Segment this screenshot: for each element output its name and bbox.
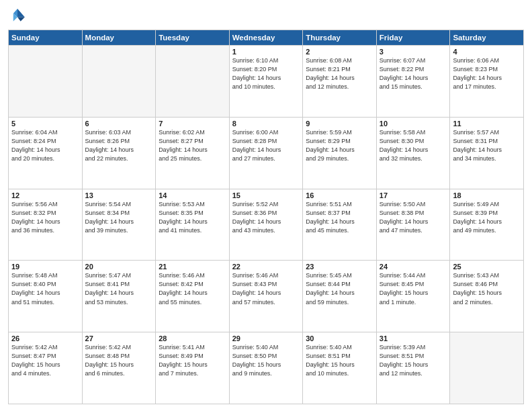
- calendar-cell: 10Sunrise: 5:58 AMSunset: 8:30 PMDayligh…: [376, 117, 450, 189]
- day-number: 25: [453, 263, 521, 271]
- calendar-cell: [9, 46, 83, 118]
- logo: [8, 7, 30, 26]
- day-info: Sunrise: 5:45 AMSunset: 8:44 PMDaylight:…: [306, 271, 373, 306]
- calendar-cell: 25Sunrise: 5:43 AMSunset: 8:46 PMDayligh…: [450, 261, 524, 332]
- calendar-cell: 19Sunrise: 5:48 AMSunset: 8:40 PMDayligh…: [9, 261, 83, 332]
- day-info: Sunrise: 6:00 AMSunset: 8:28 PMDaylight:…: [232, 128, 300, 163]
- day-info: Sunrise: 6:10 AMSunset: 8:20 PMDaylight:…: [232, 56, 300, 91]
- day-info: Sunrise: 5:46 AMSunset: 8:42 PMDaylight:…: [159, 271, 226, 306]
- calendar-cell: 24Sunrise: 5:44 AMSunset: 8:45 PMDayligh…: [376, 261, 450, 332]
- calendar-week-3: 12Sunrise: 5:56 AMSunset: 8:32 PMDayligh…: [9, 189, 524, 261]
- day-info: Sunrise: 5:48 AMSunset: 8:40 PMDaylight:…: [11, 271, 79, 306]
- day-number: 27: [85, 334, 153, 342]
- column-header-sunday: Sunday: [9, 30, 83, 46]
- calendar-cell: 11Sunrise: 5:57 AMSunset: 8:31 PMDayligh…: [450, 117, 524, 189]
- day-number: 10: [380, 120, 447, 128]
- calendar: SundayMondayTuesdayWednesdayThursdayFrid…: [8, 30, 524, 404]
- day-number: 30: [306, 334, 373, 342]
- day-number: 15: [232, 191, 300, 199]
- day-number: 5: [11, 120, 79, 128]
- svg-marker-1: [17, 9, 25, 17]
- day-number: 23: [306, 263, 373, 271]
- calendar-header-row: SundayMondayTuesdayWednesdayThursdayFrid…: [9, 30, 524, 46]
- day-number: 1: [232, 48, 300, 56]
- calendar-week-1: 1Sunrise: 6:10 AMSunset: 8:20 PMDaylight…: [9, 46, 524, 118]
- day-info: Sunrise: 5:47 AMSunset: 8:41 PMDaylight:…: [85, 271, 153, 306]
- calendar-body: 1Sunrise: 6:10 AMSunset: 8:20 PMDaylight…: [9, 46, 524, 404]
- column-header-friday: Friday: [376, 30, 450, 46]
- day-number: 11: [453, 120, 521, 128]
- day-number: 28: [159, 334, 226, 342]
- calendar-cell: 9Sunrise: 5:59 AMSunset: 8:29 PMDaylight…: [303, 117, 377, 189]
- calendar-cell: 29Sunrise: 5:40 AMSunset: 8:50 PMDayligh…: [229, 332, 303, 404]
- calendar-cell: 22Sunrise: 5:46 AMSunset: 8:43 PMDayligh…: [229, 261, 303, 332]
- calendar-cell: 14Sunrise: 5:53 AMSunset: 8:35 PMDayligh…: [156, 189, 230, 261]
- calendar-cell: 13Sunrise: 5:54 AMSunset: 8:34 PMDayligh…: [82, 189, 156, 261]
- day-info: Sunrise: 6:06 AMSunset: 8:23 PMDaylight:…: [453, 56, 521, 91]
- day-number: 18: [453, 191, 521, 199]
- column-header-wednesday: Wednesday: [229, 30, 303, 46]
- day-info: Sunrise: 5:51 AMSunset: 8:37 PMDaylight:…: [306, 200, 373, 235]
- day-info: Sunrise: 6:07 AMSunset: 8:22 PMDaylight:…: [380, 56, 447, 91]
- day-number: 19: [11, 263, 79, 271]
- calendar-cell: 16Sunrise: 5:51 AMSunset: 8:37 PMDayligh…: [303, 189, 377, 261]
- calendar-cell: 8Sunrise: 6:00 AMSunset: 8:28 PMDaylight…: [229, 117, 303, 189]
- day-info: Sunrise: 5:42 AMSunset: 8:48 PMDaylight:…: [85, 343, 153, 378]
- day-number: 22: [232, 263, 300, 271]
- calendar-cell: 18Sunrise: 5:49 AMSunset: 8:39 PMDayligh…: [450, 189, 524, 261]
- calendar-cell: 6Sunrise: 6:03 AMSunset: 8:26 PMDaylight…: [82, 117, 156, 189]
- day-info: Sunrise: 5:39 AMSunset: 8:51 PMDaylight:…: [380, 343, 447, 378]
- day-info: Sunrise: 5:44 AMSunset: 8:45 PMDaylight:…: [380, 271, 447, 306]
- day-info: Sunrise: 5:41 AMSunset: 8:49 PMDaylight:…: [159, 343, 226, 378]
- calendar-cell: 2Sunrise: 6:08 AMSunset: 8:21 PMDaylight…: [303, 46, 377, 118]
- day-info: Sunrise: 5:40 AMSunset: 8:50 PMDaylight:…: [232, 343, 300, 378]
- calendar-week-2: 5Sunrise: 6:04 AMSunset: 8:24 PMDaylight…: [9, 117, 524, 189]
- column-header-tuesday: Tuesday: [156, 30, 230, 46]
- day-number: 8: [232, 120, 300, 128]
- calendar-cell: 27Sunrise: 5:42 AMSunset: 8:48 PMDayligh…: [82, 332, 156, 404]
- calendar-cell: 5Sunrise: 6:04 AMSunset: 8:24 PMDaylight…: [9, 117, 83, 189]
- calendar-cell: 12Sunrise: 5:56 AMSunset: 8:32 PMDayligh…: [9, 189, 83, 261]
- day-info: Sunrise: 5:59 AMSunset: 8:29 PMDaylight:…: [306, 128, 373, 163]
- calendar-cell: 21Sunrise: 5:46 AMSunset: 8:42 PMDayligh…: [156, 261, 230, 332]
- day-info: Sunrise: 5:46 AMSunset: 8:43 PMDaylight:…: [232, 271, 300, 306]
- calendar-cell: 23Sunrise: 5:45 AMSunset: 8:44 PMDayligh…: [303, 261, 377, 332]
- day-number: 24: [380, 263, 447, 271]
- day-info: Sunrise: 5:42 AMSunset: 8:47 PMDaylight:…: [11, 343, 79, 378]
- calendar-cell: 15Sunrise: 5:52 AMSunset: 8:36 PMDayligh…: [229, 189, 303, 261]
- day-number: 16: [306, 191, 373, 199]
- day-info: Sunrise: 5:40 AMSunset: 8:51 PMDaylight:…: [306, 343, 373, 378]
- day-info: Sunrise: 5:49 AMSunset: 8:39 PMDaylight:…: [453, 200, 521, 235]
- calendar-cell: 17Sunrise: 5:50 AMSunset: 8:38 PMDayligh…: [376, 189, 450, 261]
- day-info: Sunrise: 6:08 AMSunset: 8:21 PMDaylight:…: [306, 56, 373, 91]
- calendar-cell: 30Sunrise: 5:40 AMSunset: 8:51 PMDayligh…: [303, 332, 377, 404]
- logo-icon: [8, 7, 27, 26]
- calendar-cell: [450, 332, 524, 404]
- calendar-cell: [156, 46, 230, 118]
- calendar-cell: 26Sunrise: 5:42 AMSunset: 8:47 PMDayligh…: [9, 332, 83, 404]
- svg-marker-4: [17, 17, 25, 21]
- calendar-week-4: 19Sunrise: 5:48 AMSunset: 8:40 PMDayligh…: [9, 261, 524, 332]
- calendar-cell: 3Sunrise: 6:07 AMSunset: 8:22 PMDaylight…: [376, 46, 450, 118]
- calendar-cell: 1Sunrise: 6:10 AMSunset: 8:20 PMDaylight…: [229, 46, 303, 118]
- day-number: 9: [306, 120, 373, 128]
- day-info: Sunrise: 6:02 AMSunset: 8:27 PMDaylight:…: [159, 128, 226, 163]
- day-number: 31: [380, 334, 447, 342]
- day-number: 17: [380, 191, 447, 199]
- day-number: 3: [380, 48, 447, 56]
- day-number: 29: [232, 334, 300, 342]
- column-header-monday: Monday: [82, 30, 156, 46]
- page-header: [8, 7, 524, 26]
- day-number: 2: [306, 48, 373, 56]
- day-info: Sunrise: 5:53 AMSunset: 8:35 PMDaylight:…: [159, 200, 226, 235]
- day-number: 4: [453, 48, 521, 56]
- day-number: 26: [11, 334, 79, 342]
- day-info: Sunrise: 5:54 AMSunset: 8:34 PMDaylight:…: [85, 200, 153, 235]
- calendar-cell: 31Sunrise: 5:39 AMSunset: 8:51 PMDayligh…: [376, 332, 450, 404]
- day-number: 14: [159, 191, 226, 199]
- calendar-cell: 20Sunrise: 5:47 AMSunset: 8:41 PMDayligh…: [82, 261, 156, 332]
- column-header-saturday: Saturday: [450, 30, 524, 46]
- day-info: Sunrise: 6:04 AMSunset: 8:24 PMDaylight:…: [11, 128, 79, 163]
- day-number: 6: [85, 120, 153, 128]
- day-info: Sunrise: 5:50 AMSunset: 8:38 PMDaylight:…: [380, 200, 447, 235]
